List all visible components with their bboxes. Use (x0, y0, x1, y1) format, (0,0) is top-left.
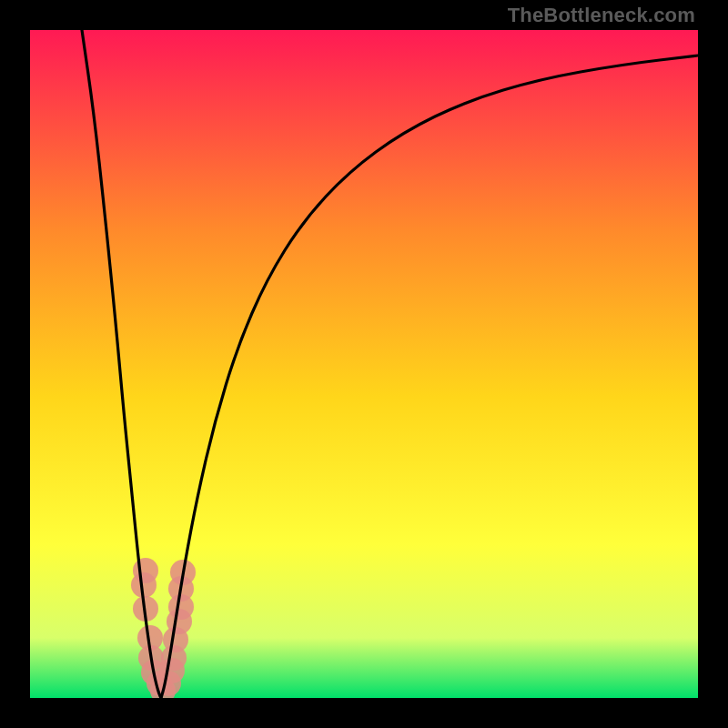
chart-background (30, 30, 698, 698)
outer-frame: TheBottleneck.com (0, 0, 728, 728)
watermark-text: TheBottleneck.com (508, 4, 695, 27)
chart-plot-area (30, 30, 698, 698)
chart-svg (30, 30, 698, 698)
